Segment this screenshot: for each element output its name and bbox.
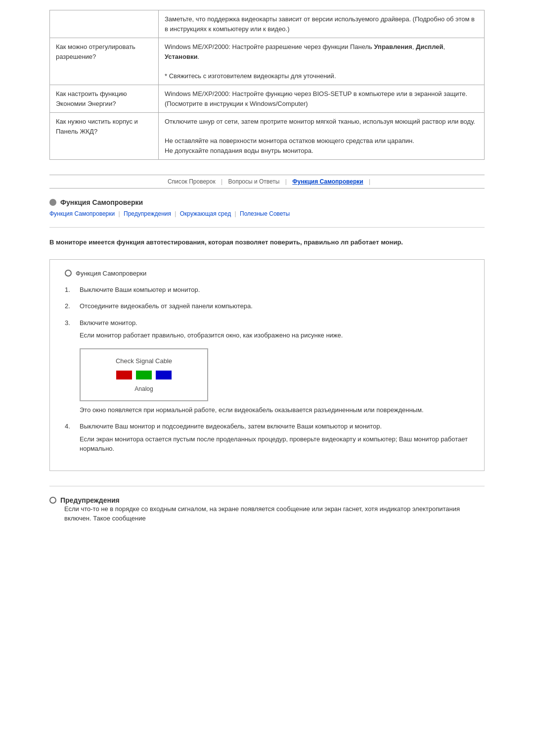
signal-cable-box: Check Signal Cable Analog [80,348,208,401]
table-row: Как настроить функцию Экономии Энергии? … [50,85,485,113]
divider-2 [49,486,485,486]
step-text-1: Выключите Ваши компьютер и монитор. [80,285,200,295]
signal-color-blocks [90,371,197,379]
nav-sep-1: | [221,178,222,185]
step-4: 4. Выключите Ваш монитор и подсоедините … [65,422,469,431]
faq-question: Как нужно чистить корпус и Панель ЖКД? [50,113,159,160]
faq-table: Заметьте, что поддержка видеокарты завис… [49,10,485,160]
box-heading: Функция Самопроверки [65,270,469,277]
step-text-3: Включите монитор. [80,318,137,328]
signal-block-green [136,371,152,379]
faq-answer: Windows ME/XP/2000: Настройте разрешение… [159,38,485,85]
step-text-4: Выключите Ваш монитор и подсоедините вид… [80,422,382,431]
warnings-heading: Предупреждения [49,496,485,504]
step-3: 3. Включите монитор. [65,318,469,328]
subnav-samoproverka[interactable]: Функция Самопроверки [49,210,115,217]
nav-item-spisok[interactable]: Список Проверок [164,178,220,185]
faq-question [50,10,159,38]
step-num-3: 3. [65,318,75,328]
step-num-2: 2. [65,301,75,311]
subnav-sep-3: | [233,210,238,217]
faq-answer: Отключите шнур от сети, затем протрите м… [159,113,485,160]
box-circle-icon [65,270,72,277]
box-heading-text: Функция Самопроверки [76,270,146,277]
warnings-title: Предупреждения [60,496,120,504]
step-num-1: 1. [65,285,75,295]
table-row: Заметьте, что поддержка видеокарты завис… [50,10,485,38]
step-1: 1. Выключите Ваши компьютер и монитор. [65,285,469,295]
faq-answer: Windows ME/XP/2000: Настройте функцию че… [159,85,485,113]
step4-list: 4. Выключите Ваш монитор и подсоедините … [65,422,469,431]
subnav-sep-1: | [117,210,122,217]
intro-bold-text: В мониторе имеется функция автотестирова… [49,237,485,247]
nav-item-voprosy[interactable]: Вопросы и Ответы [224,178,283,185]
faq-question: Как можно отрегулировать разрешение? [50,38,159,85]
signal-cable-title: Check Signal Cable [90,357,197,365]
warnings-circle-icon [49,497,56,504]
table-row: Как можно отрегулировать разрешение? Win… [50,38,485,85]
nav-bar: Список Проверок | Вопросы и Ответы | Фун… [49,175,485,189]
nav-sep-3: | [369,178,370,185]
step4-subtext: Если экран монитора остается пустым посл… [80,434,469,454]
step3-subtext: Если монитор работает правильно, отобраз… [80,331,469,340]
step3-subtext2: Это окно появляется при нормальной работ… [80,405,469,415]
subnav-preduprezhdenia[interactable]: Предупреждения [124,210,171,217]
divider-1 [49,227,485,228]
signal-box-wrapper: Check Signal Cable Analog [80,348,469,401]
step-2: 2. Отсоедините видеокабель от задней пан… [65,301,469,311]
faq-question: Как настроить функцию Экономии Энергии? [50,85,159,113]
section-heading: Функция Самопроверки [49,198,485,206]
step-num-4: 4. [65,422,75,431]
subnav-poleznye[interactable]: Полезные Советы [240,210,290,217]
sub-nav: Функция Самопроверки | Предупреждения | … [49,210,485,217]
section-title: Функция Самопроверки [60,198,143,206]
analog-label: Analog [90,385,197,392]
page-wrapper: Заметьте, что поддержка видеокарты завис… [30,0,504,540]
nav-item-samoproverka[interactable]: Функция Самопроверки [288,178,367,185]
table-row: Как нужно чистить корпус и Панель ЖКД? О… [50,113,485,160]
nav-sep-2: | [285,178,287,185]
circle-icon [49,199,56,206]
step-text-2: Отсоедините видеокабель от задней панели… [80,301,253,311]
signal-block-blue [156,371,172,379]
subnav-okruzhayuschaya[interactable]: Окружающая сред [180,210,231,217]
warnings-section: Предупреждения Если что-то не в порядке … [49,496,485,523]
faq-answer: Заметьте, что поддержка видеокарты завис… [159,10,485,38]
warnings-text: Если что-то не в порядке со входным сигн… [64,504,485,523]
subnav-sep-2: | [173,210,178,217]
content-box: Функция Самопроверки 1. Выключите Ваши к… [49,259,485,471]
steps-list: 1. Выключите Ваши компьютер и монитор. 2… [65,285,469,328]
signal-block-red [116,371,132,379]
